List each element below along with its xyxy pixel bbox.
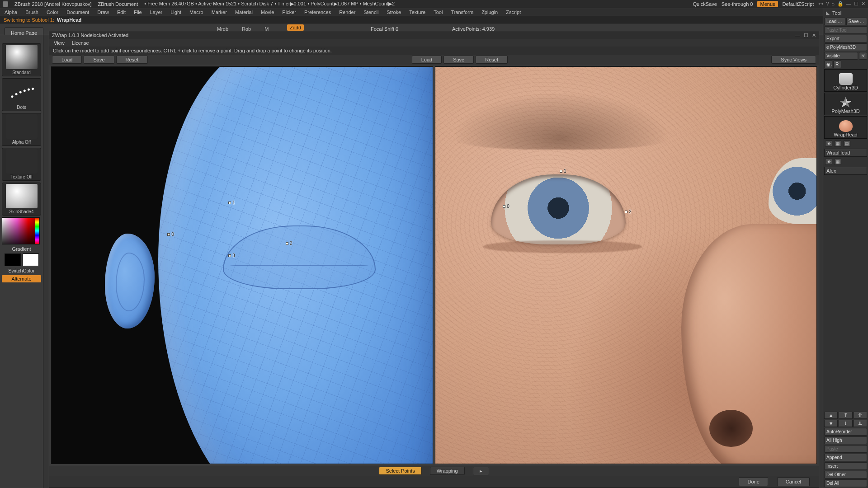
menu-transform[interactable]: Transform: [451, 9, 473, 15]
slider-knob[interactable]: ◉: [824, 61, 832, 68]
menu-light[interactable]: Light: [170, 9, 181, 15]
subtool-icon[interactable]: ▤: [843, 141, 850, 147]
menu-material[interactable]: Material: [235, 9, 253, 15]
quicksave-button[interactable]: QuickSave: [693, 1, 717, 7]
pin-icon[interactable]: ⊶: [818, 1, 823, 7]
dialog-maximize-icon[interactable]: ☐: [804, 33, 808, 38]
export-button[interactable]: Export: [824, 35, 867, 42]
tab-select-points[interactable]: Select Points: [379, 467, 421, 475]
r-button-2[interactable]: R: [833, 61, 841, 68]
autoreorder-button[interactable]: AutoReorder: [824, 428, 867, 436]
dialog-close-icon[interactable]: ✕: [812, 33, 816, 38]
material-slot[interactable]: SkinShade4: [2, 183, 41, 216]
alternate-button[interactable]: Alternate: [2, 275, 41, 282]
tab-wrapping[interactable]: Wrapping: [430, 467, 465, 475]
color-picker[interactable]: [2, 217, 40, 244]
menu-alpha[interactable]: Alpha: [5, 9, 17, 15]
menu-zplugin[interactable]: Zplugin: [481, 9, 498, 15]
subtool-icon[interactable]: ▦: [834, 159, 841, 165]
seethrough-slider[interactable]: See-through 0: [722, 1, 753, 7]
maximize-icon[interactable]: ☐: [854, 1, 859, 7]
swatch-secondary[interactable]: [23, 253, 39, 266]
menu-edit[interactable]: Edit: [117, 9, 126, 15]
append-button[interactable]: Append: [824, 454, 867, 461]
menus-toggle[interactable]: Menus: [757, 1, 778, 7]
arrow-top-icon[interactable]: ⇈: [854, 412, 867, 419]
menu-picker[interactable]: Picker: [282, 9, 296, 15]
brush-slot[interactable]: Standard: [2, 43, 41, 76]
save-as-button[interactable]: Save As: [846, 18, 868, 25]
alpha-slot[interactable]: Alpha Off: [2, 113, 41, 146]
left-load-button[interactable]: Load: [52, 56, 82, 64]
menu-tool[interactable]: Tool: [434, 9, 443, 15]
menu-marker[interactable]: Marker: [212, 9, 227, 15]
allhigh-button[interactable]: All High: [824, 436, 867, 444]
menu-texture[interactable]: Texture: [409, 9, 425, 15]
stroke-slot[interactable]: Dots: [2, 78, 41, 111]
dialog-menu-view[interactable]: View: [54, 40, 65, 46]
menu-color[interactable]: Color: [47, 9, 58, 15]
swatch-main[interactable]: [5, 253, 21, 266]
menu-preferences[interactable]: Preferences: [304, 9, 331, 15]
menu-render[interactable]: Render: [339, 9, 355, 15]
subtool-eye-icon[interactable]: 👁: [825, 141, 832, 147]
dialog-menu-license[interactable]: License: [72, 40, 89, 46]
texture-slot[interactable]: Texture Off: [2, 148, 41, 181]
menu-stroke[interactable]: Stroke: [387, 9, 401, 15]
right-reset-button[interactable]: Reset: [476, 56, 508, 64]
paste-button[interactable]: Paste: [824, 445, 867, 453]
subtool-alex[interactable]: Alex: [824, 167, 867, 175]
home-icon[interactable]: ⌂: [831, 1, 835, 7]
arrow-down-icon[interactable]: ▼: [824, 420, 838, 427]
menu-movie[interactable]: Movie: [261, 9, 274, 15]
arrow-up-all-icon[interactable]: ⤒: [839, 412, 852, 419]
menu-macro[interactable]: Macro: [189, 9, 203, 15]
arrow-down-all-icon[interactable]: ⤓: [839, 420, 852, 427]
subtool-eye-icon[interactable]: 👁: [825, 159, 832, 165]
tool-thumb-wraphead[interactable]: WrapHead: [824, 116, 867, 139]
subtool-wraphead[interactable]: WrapHead: [824, 149, 867, 157]
right-save-button[interactable]: Save: [443, 56, 474, 64]
help-icon[interactable]: ?: [826, 1, 829, 7]
close-icon[interactable]: ✕: [861, 1, 865, 7]
viewport-left[interactable]: 0123: [51, 66, 433, 464]
sync-views-button[interactable]: Sync Views: [771, 56, 816, 64]
make-polymesh-button[interactable]: e PolyMesh3D: [824, 43, 867, 51]
minimize-icon[interactable]: —: [846, 1, 851, 7]
done-button[interactable]: Done: [739, 477, 768, 486]
left-save-button[interactable]: Save: [84, 56, 114, 64]
menu-brush[interactable]: Brush: [25, 9, 38, 15]
tool-palette-header[interactable]: ◣Tool: [824, 9, 867, 17]
load-tool-button[interactable]: Load Tool: [824, 18, 845, 25]
tool-thumb-cylinder[interactable]: Cylinder3D: [824, 69, 867, 92]
viewport-right[interactable]: 012: [435, 66, 817, 464]
subtool-icon[interactable]: ▦: [834, 141, 841, 147]
hue-strip[interactable]: [35, 218, 39, 244]
cancel-button[interactable]: Cancel: [777, 477, 810, 486]
right-load-button[interactable]: Load: [412, 56, 442, 64]
left-reset-button[interactable]: Reset: [116, 56, 148, 64]
zscript-label[interactable]: DefaultZScript: [783, 1, 814, 7]
menu-draw[interactable]: Draw: [97, 9, 109, 15]
paste-tool-button[interactable]: Paste Tool: [824, 26, 867, 34]
arrow-bottom-icon[interactable]: ⇊: [854, 420, 867, 427]
menu-layer[interactable]: Layer: [150, 9, 163, 15]
r-button[interactable]: R: [859, 52, 867, 60]
menu-stencil[interactable]: Stencil: [363, 9, 378, 15]
dialog-titlebar[interactable]: ZWrap 1.0.3 Nodelocked Activated — ☐ ✕: [49, 31, 819, 39]
arrow-up-icon[interactable]: ▲: [824, 412, 838, 419]
tool-thumb-polymesh[interactable]: PolyMesh3D: [824, 93, 867, 115]
menu-file[interactable]: File: [134, 9, 142, 15]
menu-zscript[interactable]: Zscript: [506, 9, 521, 15]
delother-button[interactable]: Del Other: [824, 471, 867, 479]
tab-next[interactable]: ▸: [473, 467, 489, 475]
zadd-button[interactable]: Zadd: [287, 24, 304, 31]
insert-button[interactable]: Insert: [824, 462, 867, 470]
dialog-minimize-icon[interactable]: —: [795, 33, 800, 38]
menu-document[interactable]: Document: [66, 9, 89, 15]
gradient-label[interactable]: Gradient: [2, 246, 41, 252]
lock-icon[interactable]: 🔒: [837, 1, 844, 7]
delall-button[interactable]: Del All: [824, 479, 867, 487]
visible-button[interactable]: Visible: [824, 52, 858, 60]
switchcolor-button[interactable]: SwitchColor: [2, 268, 41, 273]
